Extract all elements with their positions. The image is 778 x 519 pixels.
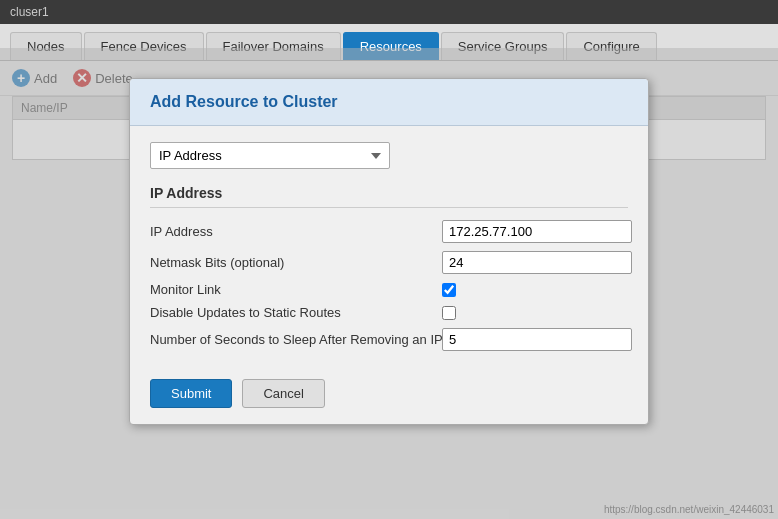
- monitor-link-checkbox[interactable]: [442, 283, 456, 297]
- netmask-label: Netmask Bits (optional): [150, 255, 430, 270]
- netmask-input[interactable]: [442, 251, 632, 274]
- disable-updates-label: Disable Updates to Static Routes: [150, 305, 430, 320]
- cancel-button[interactable]: Cancel: [242, 379, 324, 408]
- ip-address-input[interactable]: [442, 220, 632, 243]
- section-title: IP Address: [150, 185, 628, 208]
- sleep-seconds-label: Number of Seconds to Sleep After Removin…: [150, 332, 430, 347]
- resource-type-row: IP Address Script File System NFS Mount …: [150, 142, 628, 169]
- submit-button[interactable]: Submit: [150, 379, 232, 408]
- watermark: https://blog.csdn.net/weixin_42446031: [604, 504, 774, 515]
- modal-footer: Submit Cancel: [130, 367, 648, 424]
- add-resource-modal: Add Resource to Cluster IP Address Scrip…: [129, 78, 649, 425]
- modal-body: IP Address Script File System NFS Mount …: [130, 126, 648, 367]
- ip-address-label: IP Address: [150, 224, 430, 239]
- modal-header: Add Resource to Cluster: [130, 79, 648, 126]
- monitor-link-label: Monitor Link: [150, 282, 430, 297]
- modal-backdrop: Add Resource to Cluster IP Address Scrip…: [0, 48, 778, 519]
- disable-updates-checkbox[interactable]: [442, 306, 456, 320]
- window-title: cluser1: [10, 5, 49, 19]
- sleep-seconds-input[interactable]: [442, 328, 632, 351]
- monitor-link-container: [442, 283, 632, 297]
- resource-type-select[interactable]: IP Address Script File System NFS Mount …: [150, 142, 390, 169]
- modal-title: Add Resource to Cluster: [150, 93, 628, 111]
- form-fields: IP Address Netmask Bits (optional) Monit…: [150, 220, 628, 351]
- disable-updates-container: [442, 306, 632, 320]
